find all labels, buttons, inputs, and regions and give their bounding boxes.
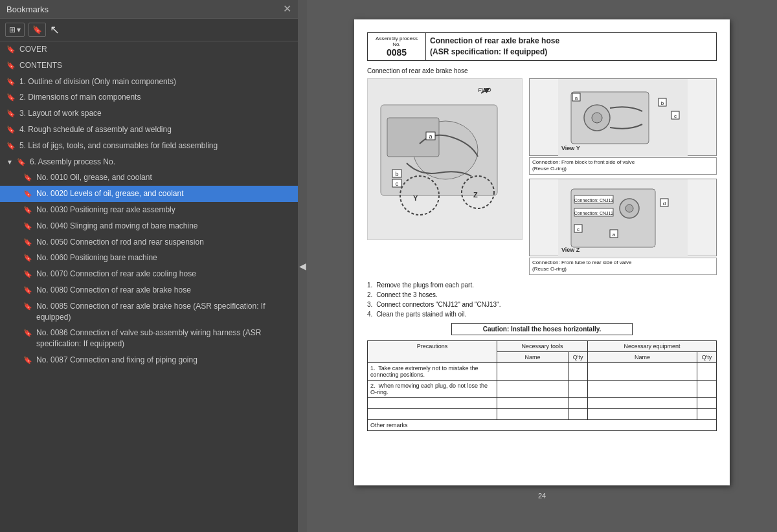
bookmark-item5-label: 5. List of jigs, tools, and consumables …: [19, 140, 293, 151]
bookmark-flag-icon: 🔖: [6, 45, 16, 54]
bookmark-no0070[interactable]: 🔖 No. 0070 Connection of rear axle cooli…: [0, 266, 298, 282]
bookmark-no0060[interactable]: 🔖 No. 0060 Positioning bare machine: [0, 250, 298, 266]
document-page: Assembly process No. 0085 Connection of …: [354, 19, 730, 485]
process-subtitle: (ASR specification: If equipped): [430, 47, 712, 58]
instruction-2-text: Connect the 3 hoses.: [376, 291, 438, 298]
svg-point-34: [625, 205, 633, 212]
view-z-container: Connection: CNJ13 Connection: CNJ12 d: [529, 179, 717, 275]
tool-qty-4: [569, 408, 588, 419]
instruction-4: 4. Clean the parts stained with oil.: [367, 311, 717, 318]
tool-name-4: [497, 408, 569, 419]
table-row: Other remarks: [368, 419, 717, 430]
caution-box: Caution: Install the hoses horizontally.: [451, 323, 633, 335]
bookmark-item2[interactable]: 🔖 2. Dimensions of main components: [0, 89, 298, 105]
bookmark-item3-label: 3. Layout of work space: [19, 108, 293, 119]
tool-qty-1: [569, 362, 588, 380]
bookmark-no0086[interactable]: 🔖 No. 0086 Connection of valve sub-assem…: [0, 325, 298, 352]
bookmark-item1[interactable]: 🔖 1. Outline of division (Only main comp…: [0, 74, 298, 90]
table-row: 1. Take care extremely not to mistake th…: [368, 362, 717, 380]
view-y-svg: b c a View Y: [530, 79, 716, 157]
process-no-label: Assembly process No.: [372, 36, 422, 47]
bookmark-flag-icon: 🔖: [6, 77, 16, 87]
view-y-container: b c a View Y Connection: From block to f…: [529, 78, 717, 175]
svg-text:FWD: FWD: [478, 87, 491, 93]
bookmark-no0020[interactable]: 🔖 No. 0020 Levels of oil, grease, and co…: [0, 186, 298, 202]
bookmark-no0010[interactable]: 🔖 No. 0010 Oil, grease, and coolant: [0, 170, 298, 186]
toolbar-row: ⊞ ▾ 🔖 ↖: [0, 19, 298, 41]
bookmark-flag-icon: 🔖: [23, 355, 32, 365]
bookmark-item5[interactable]: 🔖 5. List of jigs, tools, and consumable…: [0, 138, 298, 154]
instruction-3: 3. Connect connectors "CNJ12" and "CNJ13…: [367, 301, 717, 308]
bookmark-item3[interactable]: 🔖 3. Layout of work space: [0, 105, 298, 122]
bookmark-flag-icon: 🔖: [23, 253, 32, 263]
bookmark-flag-icon: 🔖: [6, 109, 16, 118]
bookmark-flag-icon: 🔖: [23, 173, 32, 183]
bookmark-button[interactable]: 🔖: [28, 23, 46, 37]
bookmark-flag-icon: 🔖: [6, 93, 16, 102]
bookmark-no0040-label: No. 0040 Slinging and moving of bare mac…: [36, 221, 293, 232]
svg-text:a: a: [575, 95, 578, 101]
bookmark-no0086-label: No. 0086 Connection of valve sub-assembl…: [36, 327, 293, 349]
svg-text:c: c: [577, 227, 580, 232]
layout-button[interactable]: ⊞ ▾: [5, 23, 25, 37]
bookmark-no0030[interactable]: 🔖 No. 0030 Positioning rear axle assembl…: [0, 202, 298, 218]
bookmarks-header: Bookmarks ✕: [0, 0, 298, 19]
svg-text:b: b: [395, 171, 398, 177]
process-title: Connection of rear axle brake hose: [430, 36, 712, 47]
instructions-area: 1. Remove the plugs from each part. 2. C…: [367, 282, 717, 318]
precaution-empty-2: [368, 408, 497, 419]
bookmark-cover-label: COVER: [19, 44, 293, 55]
process-no-cell: Assembly process No. 0085: [368, 33, 426, 61]
process-title-cell: Connection of rear axle brake hose (ASR …: [426, 33, 717, 61]
bookmark-contents-label: CONTENTS: [19, 60, 293, 71]
necessary-tools-header: Necessary tools: [497, 340, 588, 351]
bookmarks-title: Bookmarks: [6, 5, 49, 14]
bookmark-no0080[interactable]: 🔖 No. 0080 Connection of rear axle brake…: [0, 282, 298, 298]
panel-collapse-handle[interactable]: ◀: [298, 0, 307, 532]
instruction-2: 2. Connect the 3 hoses.: [367, 291, 717, 298]
bookmark-contents[interactable]: 🔖 CONTENTS: [0, 58, 298, 74]
bookmark-item4[interactable]: 🔖 4. Rough schedule of assembly and weld…: [0, 122, 298, 138]
bookmark-no0010-label: No. 0010 Oil, grease, and coolant: [36, 172, 293, 183]
equip-qty-1: [697, 362, 717, 380]
bookmark-no0085[interactable]: 🔖 No. 0085 Connection of rear axle brake…: [0, 298, 298, 326]
precautions-header: Precautions: [368, 340, 497, 362]
instruction-3-text: Connect connectors "CNJ12" and "CNJ13".: [376, 301, 501, 308]
view-y-caption: Connection: From block to front side of …: [529, 157, 717, 175]
bookmark-no0050[interactable]: 🔖 No. 0050 Connection of rod and rear su…: [0, 234, 298, 250]
instruction-1: 1. Remove the plugs from each part.: [367, 282, 717, 289]
equip-name-4: [588, 408, 697, 419]
bookmark-flag-icon: 🔖: [23, 302, 32, 311]
bookmark-flag-icon: 🔖: [6, 61, 16, 71]
bookmark-flag-icon: 🔖: [23, 285, 32, 295]
svg-text:a: a: [429, 133, 432, 140]
bookmark-item2-label: 2. Dimensions of main components: [19, 92, 293, 103]
bookmark-cover[interactable]: 🔖 COVER: [0, 41, 298, 58]
necessary-equipment-header: Necessary equipment: [588, 340, 717, 351]
svg-text:Connection: CNJ13: Connection: CNJ13: [574, 198, 614, 203]
instruction-3-num: 3.: [367, 301, 372, 308]
svg-text:Connection: CNJ12: Connection: CNJ12: [574, 211, 614, 216]
grid-icon: ⊞: [9, 25, 16, 34]
bookmark-no0080-label: No. 0080 Connection of rear axle brake h…: [36, 285, 293, 296]
svg-text:b: b: [661, 100, 664, 106]
equip-name-2: [588, 380, 697, 397]
bookmark-no0050-label: No. 0050 Connection of rod and rear susp…: [36, 237, 293, 248]
tools-name-header: Name: [497, 351, 569, 362]
bookmark-item6-label: 6. Assembly process No.: [30, 157, 293, 168]
process-header-table: Assembly process No. 0085 Connection of …: [367, 32, 717, 61]
close-button[interactable]: ✕: [283, 4, 291, 14]
bookmark-list: 🔖 COVER 🔖 CONTENTS 🔖 1. Outline of divis…: [0, 41, 298, 532]
bookmark-item6[interactable]: ▼ 🔖 6. Assembly process No.: [0, 154, 298, 170]
instruction-4-text: Clean the parts stained with oil.: [376, 311, 466, 318]
bookmark-no0087[interactable]: 🔖 No. 0087 Connection and fixing of pipi…: [0, 352, 298, 368]
precaution-2: 2. When removing each plug, do not lose …: [368, 380, 497, 397]
tool-qty-2: [569, 380, 588, 397]
bookmark-no0085-label: No. 0085 Connection of rear axle brake h…: [36, 301, 293, 323]
bookmark-flag-icon: 🔖: [6, 141, 16, 151]
left-diagram-svg: a b c Y Z FWD: [368, 79, 523, 240]
bookmark-icon: 🔖: [32, 25, 42, 34]
svg-text:c: c: [674, 113, 677, 119]
bookmark-no0040[interactable]: 🔖 No. 0040 Slinging and moving of bare m…: [0, 218, 298, 234]
bookmark-flag-icon: 🔖: [23, 269, 32, 279]
